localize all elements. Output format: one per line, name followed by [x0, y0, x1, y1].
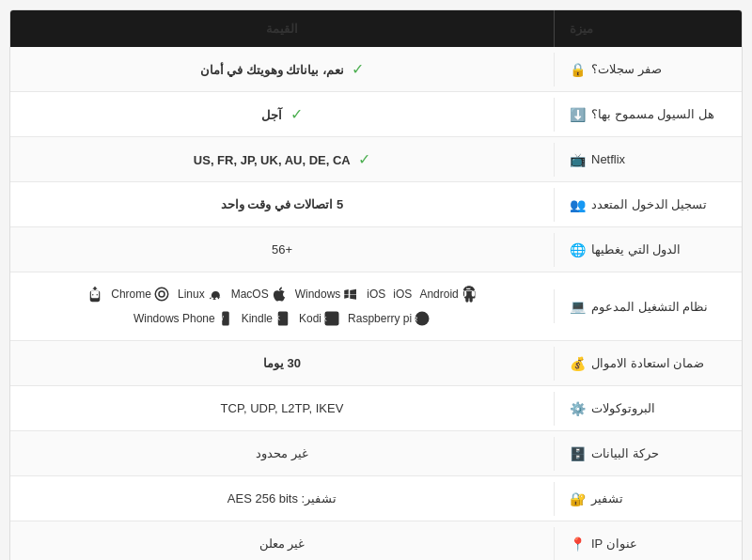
apple-icon — [271, 286, 288, 303]
check-icon-no-logs: ✓ — [348, 61, 364, 77]
windows-icon — [342, 286, 359, 303]
value-col-multi-login: 5 اتصالات في وقت واحد — [10, 188, 554, 221]
feature-icon-netflix: 📺 — [570, 152, 586, 167]
value-col-netflix: ✓ US, FR, JP, UK, AU, DE, CA — [10, 141, 554, 178]
feature-label-no-logs: صفر سجلات؟ — [591, 62, 662, 76]
feature-col-netflix: Netflix📺 — [554, 143, 742, 177]
comparison-table: ميزة القيمة صفر سجلات؟🔒✓ نعم، بياناتك وه… — [9, 9, 743, 560]
value-text-p2p: آجل — [261, 108, 282, 122]
os-item-label: Windows Phone — [133, 312, 215, 325]
feature-label-encryption: تشفير — [591, 491, 623, 506]
feature-col-os: نظام التشغيل المدعوم💻 — [554, 289, 742, 323]
feature-label-protocols: البروتوكولات — [591, 401, 655, 415]
os-item-label: Android — [419, 288, 458, 301]
table-row-no-logs: صفر سجلات؟🔒✓ نعم، بياناتك وهويتك في أمان — [10, 47, 742, 92]
value-col-os: AndroidiOSiOSWindowsMacOSLinuxChromeRRas… — [10, 272, 554, 340]
value-col-countries: +56 — [10, 233, 554, 266]
header-value-label: القيمة — [266, 22, 298, 36]
feature-label-money-back: ضمان استعادة الاموال — [591, 356, 704, 370]
raspberry-icon: R — [414, 310, 431, 327]
feature-icon-bandwidth: 🗄️ — [570, 446, 586, 461]
feature-icon-encryption: 🔐 — [570, 491, 586, 506]
os-item-label: Raspberry pi — [348, 312, 412, 325]
os-item-ios: iOS — [393, 288, 412, 301]
value-col-p2p: ✓ آجل — [10, 96, 554, 132]
table-row-encryption: تشفير🔐تشفير: AES 256 bits — [10, 476, 742, 521]
value-text-no-logs: نعم، بياناتك وهويتك في أمان — [200, 63, 344, 77]
table-row-multi-login: تسجيل الدخول المتعدد👥5 اتصالات في وقت وا… — [10, 182, 742, 227]
feature-label-netflix: Netflix — [591, 152, 625, 166]
svg-rect-2 — [325, 312, 339, 326]
os-icons-container: AndroidiOSiOSWindowsMacOSLinuxChromeRRas… — [25, 282, 539, 331]
header-feature-label: ميزة — [570, 22, 593, 36]
svg-text:W: W — [217, 315, 224, 321]
feature-icon-os: 💻 — [570, 299, 586, 314]
feature-label-bandwidth: حركة البيانات — [591, 446, 659, 460]
os-item-label: iOS — [367, 288, 385, 301]
table-row-bandwidth: حركة البيانات🗄️غير محدود — [10, 431, 742, 476]
os-item-label: Chrome — [111, 288, 151, 301]
table-row-money-back: ضمان استعادة الاموال💰30 يوما — [10, 341, 742, 386]
svg-text:K: K — [323, 316, 327, 322]
robot-icon — [86, 286, 103, 303]
os-item-chrome: Chrome — [111, 286, 170, 303]
os-item- — [86, 286, 103, 303]
os-item-kodi: KKodi — [299, 310, 340, 327]
feature-col-multi-login: تسجيل الدخول المتعدد👥 — [554, 188, 742, 222]
feature-col-ip: عنوان IP📍 — [554, 527, 742, 561]
table-row-p2p: هل السيول مسموح بها؟⬇️✓ آجل — [10, 92, 742, 137]
value-text-countries: +56 — [272, 242, 292, 257]
value-col-no-logs: ✓ نعم، بياناتك وهويتك في أمان — [10, 51, 554, 87]
table-row-os: نظام التشغيل المدعوم💻AndroidiOSiOSWindow… — [10, 272, 742, 341]
table-row-protocols: البروتوكولات⚙️TCP, UDP, L2TP, IKEV — [10, 386, 742, 431]
value-col-ip: غير معلن — [10, 527, 554, 560]
table-row-netflix: Netflix📺✓ US, FR, JP, UK, AU, DE, CA — [10, 137, 742, 182]
table-body: صفر سجلات؟🔒✓ نعم، بياناتك وهويتك في أمان… — [10, 47, 742, 560]
os-item-android: Android — [419, 286, 477, 303]
linux-icon — [207, 286, 224, 303]
check-icon-p2p: ✓ — [286, 106, 302, 122]
header-feature-col: ميزة — [554, 10, 742, 47]
value-col-encryption: تشفير: AES 256 bits — [10, 482, 554, 515]
feature-col-no-logs: صفر سجلات؟🔒 — [554, 53, 742, 86]
value-text-encryption: تشفير: AES 256 bits — [227, 491, 337, 506]
feature-icon-countries: 🌐 — [570, 242, 586, 257]
value-text-ip: غير معلن — [259, 537, 306, 551]
table-row-ip: عنوان IP📍غير معلن — [10, 521, 742, 560]
feature-label-ip: عنوان IP — [591, 537, 637, 551]
table-row-countries: الدول التي يغطيها🌐+56 — [10, 227, 742, 272]
value-col-protocols: TCP, UDP, L2TP, IKEV — [10, 392, 554, 425]
value-text-money-back: 30 يوما — [263, 356, 301, 370]
kindle-icon: K — [274, 310, 291, 327]
feature-icon-p2p: ⬇️ — [570, 107, 586, 122]
os-item-kindle: KKindle — [242, 310, 291, 327]
feature-col-protocols: البروتوكولات⚙️ — [554, 392, 742, 426]
feature-icon-multi-login: 👥 — [570, 197, 586, 212]
feature-label-countries: الدول التي يغطيها — [591, 242, 681, 257]
check-icon-netflix: ✓ — [354, 151, 370, 167]
feature-icon-protocols: ⚙️ — [570, 401, 586, 416]
feature-label-os: نظام التشغيل المدعوم — [591, 300, 708, 314]
os-item-macos: MacOS — [231, 286, 288, 303]
table-header: ميزة القيمة — [10, 10, 742, 47]
android-icon — [461, 286, 478, 303]
feature-col-money-back: ضمان استعادة الاموال💰 — [554, 347, 742, 381]
os-row1: AndroidiOSiOSWindowsMacOSLinuxChrome — [25, 286, 539, 303]
feature-label-multi-login: تسجيل الدخول المتعدد — [591, 197, 707, 211]
os-item-windows-phone: WWindows Phone — [133, 310, 234, 327]
value-text-multi-login: 5 اتصالات في وقت واحد — [221, 197, 344, 211]
os-item-windows: Windows — [295, 286, 360, 303]
feature-label-p2p: هل السيول مسموح بها؟ — [591, 107, 714, 121]
feature-col-countries: الدول التي يغطيها🌐 — [554, 233, 742, 267]
feature-icon-ip: 📍 — [570, 537, 586, 552]
svg-text:K: K — [276, 315, 281, 321]
kodi-icon: K — [323, 310, 340, 327]
value-col-money-back: 30 يوما — [10, 347, 554, 380]
os-item-label: Kindle — [242, 312, 273, 325]
feature-icon-no-logs: 🔒 — [570, 62, 586, 77]
feature-icon-money-back: 💰 — [570, 356, 586, 371]
os-item-ios: iOS — [367, 288, 385, 301]
svg-text:R: R — [414, 315, 418, 323]
os-item-label: Linux — [178, 288, 205, 301]
value-text-protocols: TCP, UDP, L2TP, IKEV — [221, 401, 344, 415]
